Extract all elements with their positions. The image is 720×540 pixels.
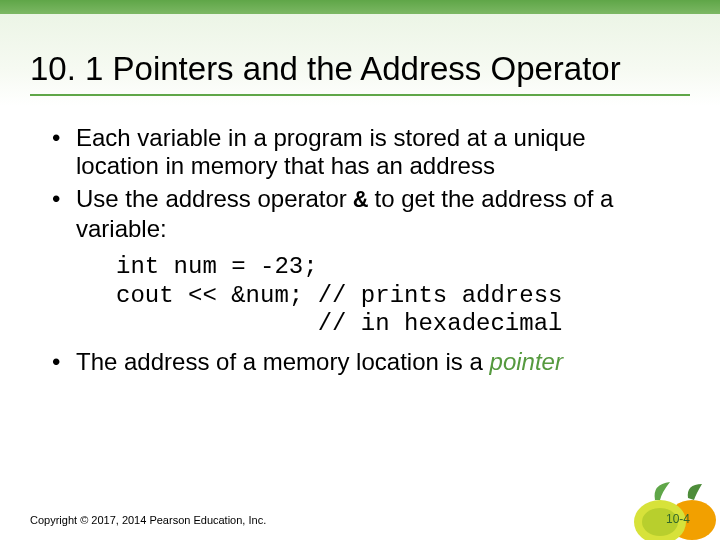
- footer: Copyright © 2017, 2014 Pearson Education…: [30, 512, 690, 526]
- bullet-item: Each variable in a program is stored at …: [46, 124, 674, 181]
- bullet-list: The address of a memory location is a po…: [46, 348, 674, 376]
- keyword-pointer: pointer: [490, 348, 563, 375]
- code-inline-amp: &: [354, 187, 368, 214]
- code-block: int num = -23; cout << &num; // prints a…: [116, 253, 674, 338]
- bullet-list: Each variable in a program is stored at …: [46, 124, 674, 243]
- decorative-fruit-icon: [600, 470, 720, 540]
- bullet-text: The address of a memory location is a: [76, 348, 490, 375]
- bullet-item: The address of a memory location is a po…: [46, 348, 674, 376]
- page-number: 10-4: [666, 512, 690, 526]
- bullet-text: Each variable in a program is stored at …: [76, 124, 586, 179]
- top-accent-bar: [0, 0, 720, 14]
- copyright-text: Copyright © 2017, 2014 Pearson Education…: [30, 514, 266, 526]
- bullet-item: Use the address operator & to get the ad…: [46, 185, 674, 244]
- content-area: Each variable in a program is stored at …: [0, 106, 720, 377]
- title-area: 10. 1 Pointers and the Address Operator: [0, 14, 720, 106]
- bullet-text: Use the address operator: [76, 185, 354, 212]
- slide-title: 10. 1 Pointers and the Address Operator: [30, 50, 690, 96]
